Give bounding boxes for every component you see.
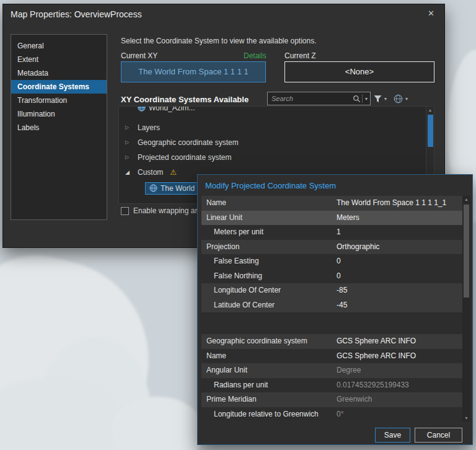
sidebar-list: GeneralExtentMetadataCoordinate SystemsT… [11, 34, 107, 220]
property-value[interactable]: 0 [332, 269, 464, 284]
property-value[interactable]: 0.0174532925199433 [332, 378, 464, 393]
details-link[interactable]: Details [244, 51, 267, 60]
current-xy-label: Current XY [121, 51, 157, 60]
current-z-value[interactable]: <None> [284, 61, 434, 82]
globe-icon [149, 184, 157, 192]
tree-item-content[interactable]: World_Azim... [134, 106, 198, 113]
sidebar-item-illumination[interactable]: Illumination [11, 107, 107, 121]
property-value[interactable]: Orthographic [332, 240, 464, 255]
property-label: Angular Unit [201, 363, 332, 378]
property-row[interactable]: Radians per unit0.0174532925199433 [201, 378, 464, 393]
property-label: Projection [201, 240, 332, 255]
tree-item-content[interactable]: Layers [134, 122, 164, 133]
chevron-down-icon: ▾ [405, 96, 408, 102]
save-button[interactable]: Save [375, 428, 410, 443]
sidebar-item-metadata[interactable]: Metadata [11, 66, 107, 80]
tree-item-content[interactable]: Custom⚠ [134, 167, 180, 178]
filter-button[interactable]: ▾ [374, 92, 389, 105]
property-label: False Northing [201, 269, 332, 284]
scrollbar-thumb[interactable] [464, 205, 469, 298]
property-label: Longitude relative to Greenwich [201, 407, 332, 422]
chevron-down-icon: ▾ [384, 96, 387, 102]
property-value[interactable]: Greenwich [332, 392, 464, 407]
property-row[interactable]: False Easting0 [201, 254, 464, 269]
modify-scrollbar[interactable]: ▲ ▼ [462, 196, 470, 421]
property-value[interactable]: 0 [332, 254, 464, 269]
tree-item-label: Custom [138, 168, 163, 177]
property-label: Longitude Of Center [201, 283, 332, 298]
property-row[interactable]: Angular UnitDegree [201, 363, 464, 378]
modify-dialog-title: Modify Projected Coordinate System [205, 181, 336, 190]
property-label: Meters per unit [201, 225, 332, 240]
sidebar-item-general[interactable]: General [11, 39, 107, 53]
tree-item[interactable]: ▷Projected coordinate system [119, 150, 425, 164]
globe-icon [394, 94, 403, 104]
property-value[interactable]: Degree [332, 363, 464, 378]
tree-item-label: Projected coordinate system [138, 153, 231, 162]
tree-item[interactable]: ▷Layers [119, 120, 425, 135]
wrap-dateline-checkbox[interactable] [121, 207, 129, 215]
scroll-up-icon[interactable]: ▲ [426, 108, 434, 112]
property-label: Radians per unit [201, 378, 332, 393]
expander-icon[interactable]: ◢ [125, 169, 134, 175]
property-row[interactable]: Linear UnitMeters [201, 211, 464, 226]
divider [362, 94, 363, 103]
modify-pcs-dialog: Modify Projected Coordinate System NameT… [197, 174, 473, 445]
sidebar-item-labels[interactable]: Labels [11, 121, 107, 135]
property-value[interactable]: 1 [332, 225, 464, 240]
scroll-up-icon[interactable]: ▲ [462, 197, 470, 201]
filter-icon [374, 95, 382, 103]
property-value[interactable]: The World From Space 1 1 1 1_1 [332, 196, 464, 211]
property-row[interactable]: Longitude Of Center-85 [201, 283, 464, 298]
globe-icon [138, 106, 146, 112]
search-input[interactable] [268, 95, 353, 102]
property-label: Latitude Of Center [201, 298, 332, 313]
cancel-button[interactable]: Cancel [415, 428, 462, 443]
scrollbar-thumb[interactable] [428, 115, 433, 147]
tree-item-label: Geographic coordinate system [138, 138, 239, 147]
property-row[interactable]: Latitude Of Center-45 [201, 298, 464, 313]
property-row[interactable]: Longitude relative to Greenwich0° [201, 407, 464, 422]
expander-icon[interactable]: ▷ [125, 125, 134, 130]
sidebar-item-extent[interactable]: Extent [11, 53, 107, 66]
current-z-label: Current Z [284, 51, 316, 60]
property-row[interactable]: False Northing0 [201, 269, 464, 284]
property-label: Name [201, 196, 332, 211]
property-row[interactable]: ProjectionOrthographic [201, 240, 464, 255]
search-box[interactable]: ▾ [267, 92, 371, 105]
property-value[interactable]: -85 [332, 283, 464, 298]
property-label: Geographic coordinate system [201, 334, 332, 349]
property-label: False Easting [201, 254, 332, 269]
tree-item-content[interactable]: Geographic coordinate system [134, 137, 242, 148]
property-value[interactable]: Meters [332, 211, 464, 226]
property-value[interactable]: 0° [332, 407, 464, 422]
property-row[interactable]: Meters per unit1 [201, 225, 464, 240]
spatial-reference-button[interactable]: ▾ [394, 92, 410, 105]
tree-item-content[interactable]: Projected coordinate system [134, 152, 235, 163]
property-label: Name [201, 349, 332, 364]
property-label: Prime Meridian [201, 392, 332, 407]
close-icon[interactable]: ✕ [428, 9, 434, 18]
map-landmass [112, 397, 205, 450]
property-row[interactable]: NameGCS Sphere ARC INFO [201, 349, 464, 364]
sidebar-item-coordinate-systems[interactable]: Coordinate Systems [11, 80, 107, 94]
property-row[interactable]: Geographic coordinate systemGCS Sphere A… [201, 334, 464, 349]
tree-item[interactable]: ▷Geographic coordinate system [119, 135, 425, 149]
current-xy-value[interactable]: The World From Space 1 1 1 1 [121, 61, 266, 82]
tree-item[interactable]: World_Azim... [119, 106, 425, 115]
expander-icon[interactable]: ▷ [125, 154, 134, 160]
property-value[interactable]: GCS Sphere ARC INFO [332, 334, 464, 349]
tree-item-label: Layers [138, 123, 160, 132]
property-value[interactable]: -45 [332, 298, 464, 313]
property-row[interactable]: Prime MeridianGreenwich [201, 392, 464, 407]
search-icon [353, 95, 361, 103]
property-value[interactable]: GCS Sphere ARC INFO [332, 349, 464, 364]
property-table: NameThe World From Space 1 1 1 1_1Linear… [201, 196, 464, 421]
instruction-text: Select the Coordinate System to view the… [121, 37, 317, 45]
dialog-title: Map Properties: OverviewProcess [11, 9, 142, 19]
scroll-down-icon[interactable]: ▼ [462, 416, 470, 420]
sidebar-item-transformation[interactable]: Transformation [11, 94, 107, 107]
chevron-down-icon[interactable]: ▾ [365, 96, 368, 102]
expander-icon[interactable]: ▷ [125, 139, 134, 145]
property-row[interactable]: NameThe World From Space 1 1 1 1_1 [201, 196, 464, 211]
